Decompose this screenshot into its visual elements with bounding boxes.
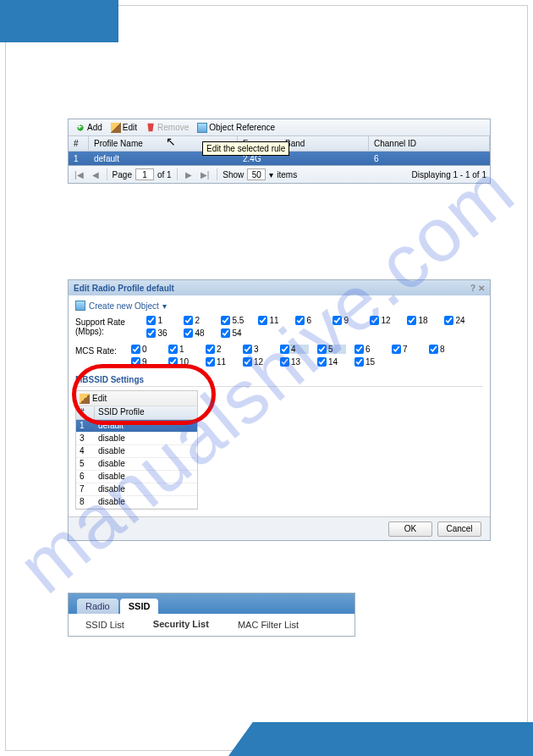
mcs-rate-8[interactable]: 8	[429, 345, 458, 354]
mbssid-row[interactable]: 8disable	[76, 496, 197, 509]
checkbox-icon[interactable]	[444, 316, 453, 325]
checkbox-icon[interactable]	[354, 357, 364, 367]
close-icon[interactable]: ? ✕	[470, 284, 485, 293]
checkbox-icon[interactable]	[146, 328, 156, 338]
pager-last-icon[interactable]: ▶|	[198, 170, 212, 179]
ok-button[interactable]: OK	[388, 521, 432, 537]
mcs-rate-15[interactable]: 15	[354, 357, 383, 367]
grid-toolbar: Add Edit Remove Object Reference	[69, 119, 490, 136]
checkbox-icon[interactable]	[392, 345, 401, 354]
add-icon	[75, 123, 85, 133]
mcs-rate-10[interactable]: 10	[168, 357, 197, 367]
edit-button[interactable]: Edit	[107, 123, 140, 133]
create-object-menu[interactable]: Create new Object ▾	[75, 299, 483, 312]
mcs-rate-3[interactable]: 3	[243, 345, 272, 354]
object-reference-button[interactable]: Object Reference	[194, 123, 278, 133]
pager-prev-icon[interactable]: ◀	[90, 170, 102, 179]
support-rate-24[interactable]: 24	[444, 316, 473, 325]
pager-of: of 1	[157, 170, 172, 179]
mcs-rate-2[interactable]: 2	[206, 345, 234, 354]
subtab-mac-filter[interactable]: MAC Filter List	[231, 616, 305, 633]
col-num[interactable]: #	[69, 136, 89, 151]
support-rate-1[interactable]: 1	[146, 316, 175, 325]
mcs-rate-9[interactable]: 9	[131, 357, 160, 367]
support-rate-18[interactable]: 18	[407, 316, 436, 325]
checkbox-icon[interactable]	[332, 316, 342, 325]
pager-first-icon[interactable]: |◀	[72, 170, 86, 179]
checkbox-icon[interactable]	[184, 328, 193, 338]
pager-size-input[interactable]	[247, 168, 266, 180]
checkbox-icon[interactable]	[243, 357, 252, 367]
mcs-rate-6[interactable]: 6	[354, 345, 383, 354]
mcs-rate-label: MCS Rate:	[75, 345, 131, 356]
checkbox-icon[interactable]	[280, 357, 289, 367]
dialog-title: Edit Radio Profile default	[74, 284, 174, 293]
mbssid-row[interactable]: 3disable	[76, 433, 197, 445]
checkbox-icon[interactable]	[295, 316, 305, 325]
support-rate-5.5[interactable]: 5.5	[221, 316, 250, 325]
remove-button[interactable]: Remove	[142, 123, 192, 133]
edit-radio-dialog: Edit Radio Profile default ? ✕ Create ne…	[68, 279, 491, 541]
mcs-rate-12[interactable]: 12	[243, 357, 272, 367]
checkbox-icon[interactable]	[280, 345, 289, 354]
mcs-rate-13[interactable]: 13	[280, 357, 309, 367]
delete-icon	[146, 123, 156, 133]
mcs-rate-7[interactable]: 7	[392, 345, 420, 354]
checkbox-icon[interactable]	[407, 316, 416, 325]
mcs-rate-14[interactable]: 14	[317, 357, 346, 367]
mbssid-row[interactable]: 6disable	[76, 471, 197, 483]
mcs-rate-11[interactable]: 11	[206, 357, 234, 367]
subtab-ssid-list[interactable]: SSID List	[79, 616, 131, 633]
reference-icon	[197, 123, 207, 133]
cancel-button[interactable]: Cancel	[437, 521, 481, 537]
object-icon	[75, 301, 85, 311]
mcs-rate-0[interactable]: 0	[131, 345, 160, 354]
checkbox-icon[interactable]	[370, 316, 379, 325]
tab-ssid[interactable]: SSID	[120, 599, 159, 614]
mcs-rate-1[interactable]: 1	[168, 345, 197, 354]
checkbox-icon[interactable]	[168, 357, 178, 367]
checkbox-icon[interactable]	[221, 316, 230, 325]
support-rate-48[interactable]: 48	[184, 328, 212, 338]
tab-radio[interactable]: Radio	[77, 599, 118, 614]
pager-next-icon[interactable]: ▶	[183, 170, 195, 179]
checkbox-icon[interactable]	[146, 316, 156, 325]
pager-dropdown-icon[interactable]: ▾	[269, 170, 273, 179]
checkbox-icon[interactable]	[168, 345, 178, 354]
checkbox-icon[interactable]	[354, 345, 364, 354]
checkbox-icon[interactable]	[243, 345, 252, 354]
pager-page-input[interactable]	[135, 168, 154, 180]
pager-display-info: Displaying 1 - 1 of 1	[412, 170, 486, 179]
mbssid-row[interactable]: 1default	[76, 420, 197, 433]
col-channel[interactable]: Channel ID	[369, 136, 490, 151]
checkbox-icon[interactable]	[317, 357, 327, 367]
checkbox-icon[interactable]	[131, 345, 140, 354]
mcs-rate-5[interactable]: 5	[317, 345, 346, 354]
checkbox-icon[interactable]	[221, 328, 230, 338]
mcs-rate-4[interactable]: 4	[280, 345, 309, 354]
mbssid-col-num[interactable]: #	[76, 406, 95, 419]
mbssid-edit-button[interactable]: Edit	[92, 394, 107, 403]
subtab-security-list[interactable]: Security List	[146, 615, 216, 634]
checkbox-icon[interactable]	[206, 345, 215, 354]
chevron-down-icon: ▾	[162, 301, 167, 311]
checkbox-icon[interactable]	[317, 345, 327, 354]
support-rate-grid: 125.51169121824364854	[146, 316, 483, 338]
support-rate-12[interactable]: 12	[370, 316, 398, 325]
mbssid-row[interactable]: 5disable	[76, 458, 197, 471]
support-rate-54[interactable]: 54	[221, 328, 250, 338]
mbssid-col-profile[interactable]: SSID Profile	[95, 406, 197, 419]
checkbox-icon[interactable]	[258, 316, 267, 325]
mbssid-row[interactable]: 4disable	[76, 445, 197, 458]
support-rate-6[interactable]: 6	[295, 316, 324, 325]
checkbox-icon[interactable]	[184, 316, 193, 325]
add-button[interactable]: Add	[72, 123, 106, 133]
support-rate-2[interactable]: 2	[184, 316, 212, 325]
support-rate-36[interactable]: 36	[146, 328, 175, 338]
checkbox-icon[interactable]	[206, 357, 215, 367]
mbssid-row[interactable]: 7disable	[76, 483, 197, 496]
checkbox-icon[interactable]	[131, 357, 140, 367]
support-rate-11[interactable]: 11	[258, 316, 287, 325]
support-rate-9[interactable]: 9	[332, 316, 361, 325]
checkbox-icon[interactable]	[429, 345, 438, 354]
